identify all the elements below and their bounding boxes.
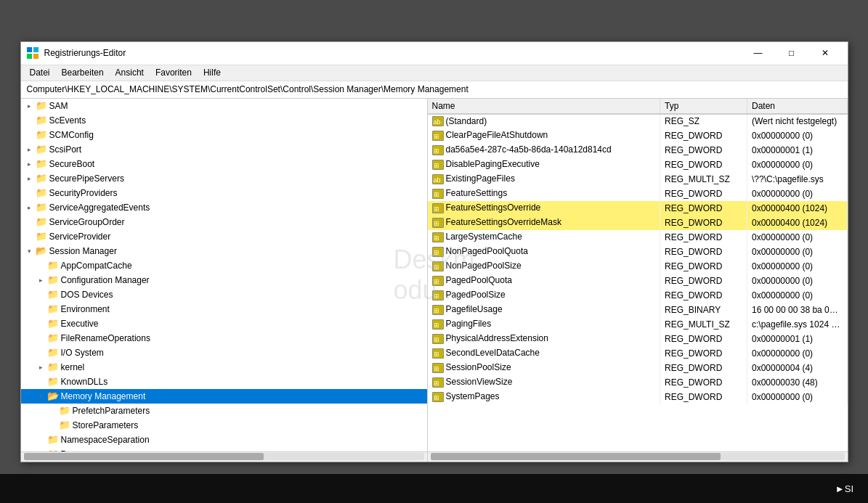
cell-data-18: 0x00000030 (48) [747,375,848,390]
table-row[interactable]: ⊞FeatureSettingsOverrideMaskREG_DWORD0x0… [428,216,848,230]
expand-btn-secureboot[interactable] [24,158,36,170]
tree-item-scmconfig[interactable]: 📁SCMConfig [21,128,427,142]
col-header-type[interactable]: Typ [660,99,747,114]
folder-icon-storeparameters: 📁 [59,420,70,431]
expand-btn-configurationmanager[interactable] [36,274,47,286]
tree-scroll-area[interactable]: 📁SAM📁ScEvents📁SCMConfig📁ScsiPort📁SecureB… [21,99,427,451]
reg-type-icon-10: ⊞ [432,261,444,271]
svg-rect-3 [33,54,38,59]
minimize-button[interactable]: — [742,41,775,65]
tree-item-storeparameters[interactable]: 📁StoreParameters [21,418,427,433]
reg-type-icon-4: ab [432,174,444,184]
cell-type-15: REG_DWORD [660,332,747,346]
table-row[interactable]: ⊞FeatureSettingsOverrideREG_DWORD0x00000… [428,201,848,216]
tree-item-sessionmanager[interactable]: 📂Session Manager [21,244,427,258]
tree-item-iosystem[interactable]: 📁I/O System [21,345,427,360]
expand-btn-kernel[interactable] [36,361,47,373]
table-row[interactable]: ⊞PagedPoolSizeREG_DWORD0x00000000 (0) [428,288,848,303]
tree-item-sam[interactable]: 📁SAM [21,99,427,113]
table-row[interactable]: ⊞SessionViewSizeREG_DWORD0x00000030 (48) [428,375,848,390]
folder-icon-sam: 📁 [36,100,47,112]
tree-item-power[interactable]: 📁Power [21,447,427,451]
tree-item-filenameoperations[interactable]: 📁FileRenameOperations [21,331,427,345]
table-row[interactable]: ⊞PhysicalAddressExtensionREG_DWORD0x0000… [428,332,848,346]
reg-type-icon-17: ⊞ [432,363,444,373]
table-row[interactable]: ⊞PagedPoolQuotaREG_DWORD0x00000000 (0) [428,274,848,288]
tree-item-kernel[interactable]: 📁kernel [21,360,427,375]
tree-item-appcompatcache[interactable]: 📁AppCompatCache [21,258,427,273]
svg-rect-1 [33,47,38,52]
close-button[interactable]: ✕ [808,41,842,65]
folder-icon-servicegrouporder: 📁 [36,216,47,228]
folder-icon-securityproviders: 📁 [36,187,47,199]
registry-table-scroll[interactable]: Name Typ Daten ab(Standard)REG_SZ(Wert n… [428,99,848,451]
tree-item-configurationmanager[interactable]: 📁Configuration Manager [21,273,427,287]
col-header-name[interactable]: Name [428,99,660,114]
registry-horizontal-scrollbar[interactable] [428,452,848,462]
table-row[interactable]: ⊞FeatureSettingsREG_DWORD0x00000000 (0) [428,187,848,201]
tree-item-securityproviders[interactable]: 📁SecurityProviders [21,186,427,200]
cell-data-13: 16 00 00 00 38 ba 00 00 d9 8 [747,303,848,317]
col-header-data[interactable]: Daten [747,99,848,114]
tree-item-prefetchparameters[interactable]: 📁PrefetchParameters [21,404,427,418]
expand-btn-scsiport[interactable] [24,144,36,155]
tree-pane[interactable]: 📁SAM📁ScEvents📁SCMConfig📁ScsiPort📁SecureB… [21,99,428,451]
expand-btn-memorymanagement[interactable] [36,390,47,402]
table-row[interactable]: ⊞ClearPageFileAtShutdownREG_DWORD0x00000… [428,128,848,143]
tree-item-memorymanagement[interactable]: 📂Memory Management [21,389,427,404]
tree-label-filenameoperations: FileRenameOperations [61,333,150,343]
table-row[interactable]: abExistingPageFilesREG_MULTI_SZ\??\C:\pa… [428,172,848,187]
cell-name-6: ⊞FeatureSettingsOverride [428,201,660,216]
tree-item-serviceaggregatedevents[interactable]: 📁ServiceAggregatedEvents [21,200,427,215]
tree-item-secureboot[interactable]: 📁SecureBoot [21,157,427,171]
menu-item-bearbeiten[interactable]: Bearbeiten [56,66,110,79]
reg-type-icon-14: ⊞ [432,319,444,330]
tree-item-dosdevices[interactable]: 📁DOS Devices [21,287,427,302]
folder-icon-environment: 📁 [47,303,59,315]
tree-label-executive: Executive [61,319,99,329]
table-row[interactable]: ⊞SessionPoolSizeREG_DWORD0x00000004 (4) [428,361,848,375]
tree-item-securepipeservers[interactable]: 📁SecurePipeServers [21,171,427,186]
table-row[interactable]: ⊞PagefileUsageREG_BINARY16 00 00 00 38 b… [428,303,848,317]
table-row[interactable]: ⊞SystemPagesREG_DWORD0x00000000 (0) [428,390,848,404]
table-row[interactable]: ab(Standard)REG_SZ(Wert nicht festgelegt… [428,114,848,128]
table-row[interactable]: ⊞da56a5e4-287c-4a5b-86da-140a12d814cdREG… [428,143,848,158]
table-row[interactable]: ⊞NonPagedPoolSizeREG_DWORD0x00000000 (0) [428,259,848,274]
cell-name-3: ⊞DisablePagingExecutive [428,158,660,172]
menu-item-ansicht[interactable]: Ansicht [110,66,150,79]
expand-btn-sam[interactable] [24,100,36,112]
cell-name-18: ⊞SessionViewSize [428,375,660,390]
tree-item-knowndlls[interactable]: 📁KnownDLLs [21,375,427,389]
cell-data-1: 0x00000000 (0) [747,128,848,143]
tree-item-environment[interactable]: 📁Environment [21,302,427,316]
tree-item-executive[interactable]: 📁Executive [21,316,427,331]
tree-item-scsiport[interactable]: 📁ScsiPort [21,142,427,157]
tree-item-namespaceseparation[interactable]: 📁NamespaceSeparation [21,433,427,447]
table-row[interactable]: ⊞SecondLevelDataCacheREG_DWORD0x00000000… [428,346,848,361]
tree-horizontal-scrollbar[interactable] [21,452,428,462]
expand-btn-securepipeservers[interactable] [24,173,36,184]
cell-data-9: 0x00000000 (0) [747,245,848,259]
menu-item-favoriten[interactable]: Favoriten [150,66,198,79]
cell-name-4: abExistingPageFiles [428,172,660,187]
folder-icon-scevents: 📁 [36,115,47,126]
table-row[interactable]: ⊞NonPagedPoolQuotaREG_DWORD0x00000000 (0… [428,245,848,259]
table-row[interactable]: ⊞LargeSystemCacheREG_DWORD0x00000000 (0) [428,230,848,245]
tree-item-servicegrouporder[interactable]: 📁ServiceGroupOrder [21,215,427,229]
expand-btn-serviceaggregatedevents[interactable] [24,202,36,213]
menu-item-datei[interactable]: Datei [24,66,56,79]
cell-data-4: \??\C:\pagefile.sys [747,172,848,187]
menu-item-hilfe[interactable]: Hilfe [198,66,227,79]
cell-name-13: ⊞PagefileUsage [428,303,660,317]
tree-item-serviceprovider[interactable]: 📁ServiceProvider [21,229,427,244]
expand-btn-sessionmanager[interactable] [24,245,36,257]
maximize-button[interactable]: □ [775,41,808,65]
reg-type-icon-15: ⊞ [432,334,444,344]
cell-data-7: 0x00000400 (1024) [747,216,848,230]
table-row[interactable]: ⊞DisablePagingExecutiveREG_DWORD0x000000… [428,158,848,172]
table-row[interactable]: ⊞PagingFilesREG_MULTI_SZc:\pagefile.sys … [428,317,848,332]
tree-scroll-track [24,453,424,460]
cell-data-2: 0x00000001 (1) [747,143,848,158]
folder-icon-kernel: 📁 [47,361,59,373]
tree-item-scevents[interactable]: 📁ScEvents [21,113,427,128]
